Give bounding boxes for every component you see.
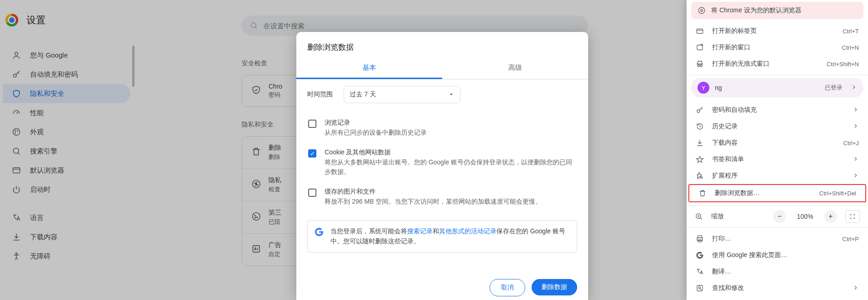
menu-extensions[interactable]: 扩展程序 bbox=[687, 168, 868, 184]
svg-rect-36 bbox=[698, 236, 702, 238]
chevron-right-icon bbox=[852, 172, 859, 180]
fullscreen-button[interactable] bbox=[845, 210, 860, 223]
checkbox-cache[interactable] bbox=[308, 189, 316, 197]
puzzle-icon bbox=[696, 172, 704, 180]
menu-new-tab[interactable]: 打开新的标签页 Ctrl+T bbox=[687, 23, 868, 39]
checkbox-row-cache[interactable]: 缓存的图片和文件 释放不到 296 MB 空间。当您下次访问时，某些网站的加载速… bbox=[307, 182, 577, 212]
checkbox-history[interactable] bbox=[308, 120, 316, 128]
fullscreen-icon bbox=[849, 213, 856, 220]
cancel-button[interactable]: 取消 bbox=[490, 279, 525, 296]
chevron-right-icon bbox=[852, 123, 859, 131]
menu-passwords[interactable]: 密码和自动填充 bbox=[687, 102, 868, 118]
svg-point-27 bbox=[698, 65, 700, 67]
svg-point-22 bbox=[698, 7, 705, 14]
svg-rect-38 bbox=[698, 240, 702, 242]
delete-data-button[interactable]: 删除数据 bbox=[532, 279, 577, 295]
svg-marker-21 bbox=[450, 94, 453, 95]
chrome-main-menu: 将 Chrome 设为您的默认浏览器 打开新的标签页 Ctrl+T 打开新的窗口… bbox=[687, 0, 868, 300]
checkbox-row-history[interactable]: 浏览记录 从所有已同步的设备中删除历史记录 bbox=[307, 113, 577, 143]
time-range-value: 过去 7 天 bbox=[350, 90, 376, 99]
zoom-in-button[interactable]: + bbox=[824, 210, 837, 223]
svg-line-41 bbox=[701, 289, 702, 290]
menu-find-and-edit[interactable]: 查找和修改 bbox=[687, 280, 868, 296]
link-search-records[interactable]: 搜索记录 bbox=[407, 227, 433, 235]
star-icon bbox=[696, 155, 704, 163]
checkbox-row-cookies[interactable]: Cookie 及其他网站数据 将您从大多数网站中退出账号。您的 Google 账… bbox=[307, 143, 577, 182]
tab-advanced[interactable]: 高级 bbox=[442, 58, 588, 79]
menu-history[interactable]: 历史记录 bbox=[687, 118, 868, 135]
checkbox-cookies[interactable] bbox=[308, 149, 316, 158]
svg-point-40 bbox=[698, 287, 701, 289]
menu-translate[interactable]: 翻译… bbox=[687, 263, 868, 280]
svg-point-28 bbox=[700, 65, 703, 67]
caret-down-icon bbox=[448, 91, 455, 98]
menu-clear-browsing-data[interactable]: 删除浏览数据… Ctrl+Shift+Del bbox=[689, 185, 865, 201]
google-g-icon bbox=[696, 251, 704, 259]
download-icon bbox=[696, 139, 704, 147]
menu-print[interactable]: 打印… Ctrl+P bbox=[687, 231, 868, 247]
svg-point-23 bbox=[701, 10, 703, 12]
trash-icon bbox=[698, 189, 707, 197]
time-range-label: 时间范围 bbox=[307, 90, 333, 99]
default-browser-icon bbox=[698, 6, 706, 15]
svg-line-33 bbox=[700, 218, 702, 220]
dialog-tabs: 基本 高级 bbox=[296, 58, 588, 79]
menu-downloads[interactable]: 下载内容 Ctrl+J bbox=[687, 135, 868, 151]
find-icon bbox=[696, 284, 704, 292]
google-account-info: 当您登录后，系统可能会将搜索记录和其他形式的活动记录保存在您的 Google 账… bbox=[307, 220, 577, 253]
dialog-title: 删除浏览数据 bbox=[296, 32, 588, 58]
zoom-out-button[interactable]: − bbox=[773, 210, 786, 223]
key-icon bbox=[696, 106, 704, 114]
menu-incognito[interactable]: 打开新的无痕式窗口 Ctrl+Shift+N bbox=[687, 56, 868, 72]
svg-rect-26 bbox=[697, 45, 703, 50]
chevron-right-icon bbox=[851, 84, 857, 92]
google-g-icon bbox=[314, 227, 324, 237]
chevron-right-icon bbox=[852, 156, 859, 163]
svg-marker-31 bbox=[697, 156, 703, 163]
menu-new-window[interactable]: 打开新的窗口 Ctrl+N bbox=[687, 39, 868, 56]
zoom-icon bbox=[695, 212, 703, 221]
time-range-select[interactable]: 过去 7 天 bbox=[344, 86, 460, 103]
svg-point-30 bbox=[697, 110, 700, 112]
window-icon bbox=[696, 43, 704, 52]
incognito-icon bbox=[696, 60, 704, 68]
svg-rect-39 bbox=[697, 285, 703, 291]
svg-rect-24 bbox=[697, 29, 703, 34]
menu-bookmarks[interactable]: 书签和清单 bbox=[687, 151, 868, 168]
tab-basic[interactable]: 基本 bbox=[296, 58, 442, 79]
user-name: ng bbox=[715, 84, 819, 91]
translate-icon bbox=[696, 268, 704, 276]
link-other-activity[interactable]: 其他形式的活动记录 bbox=[439, 227, 496, 235]
clear-browsing-data-dialog: 删除浏览数据 基本 高级 时间范围 过去 7 天 浏览记录 从所有已同步的设备中… bbox=[296, 32, 588, 300]
menu-google-search-page[interactable]: 使用 Google 搜索此页面… bbox=[687, 247, 868, 263]
chevron-right-icon bbox=[852, 106, 859, 114]
default-browser-banner[interactable]: 将 Chrome 设为您的默认浏览器 bbox=[691, 2, 863, 19]
chevron-right-icon bbox=[852, 284, 859, 292]
menu-zoom-row: 缩放 − 100% + bbox=[687, 208, 868, 225]
history-icon bbox=[696, 122, 704, 131]
printer-icon bbox=[696, 235, 704, 243]
tab-icon bbox=[696, 27, 704, 35]
menu-user-row[interactable]: Y ng 已登录 bbox=[691, 78, 863, 97]
user-status: 已登录 bbox=[825, 84, 842, 92]
zoom-value: 100% bbox=[794, 213, 816, 220]
user-avatar-icon: Y bbox=[698, 82, 709, 94]
